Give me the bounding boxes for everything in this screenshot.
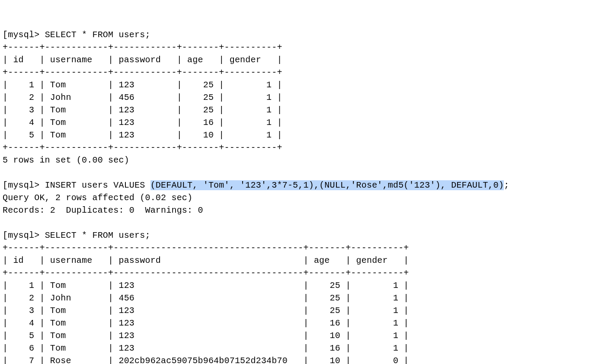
mysql-prompt: mysql> (8, 180, 45, 190)
result-table-2: +------+------------+-------------------… (3, 243, 409, 364)
insert-response-2: Records: 2 Duplicates: 0 Warnings: 0 (3, 205, 203, 215)
mysql-prompt: mysql> (8, 230, 45, 240)
prompt-bracket: [ (3, 30, 8, 40)
terminal-output: [mysql> SELECT * FROM users; +------+---… (3, 29, 605, 364)
sql-insert-highlighted[interactable]: (DEFAULT, 'Tom', '123',3*7-5,1),(NULL,'R… (150, 180, 504, 190)
prompt-bracket: [ (3, 230, 8, 240)
mysql-prompt: mysql> (8, 30, 45, 40)
sql-insert-post: ; (504, 180, 509, 190)
prompt-bracket: [ (3, 180, 8, 190)
insert-response-1: Query OK, 2 rows affected (0.02 sec) (3, 193, 192, 203)
sql-query: SELECT * FROM users; (45, 230, 150, 240)
sql-insert-pre: INSERT users VALUES (45, 180, 150, 190)
sql-query: SELECT * FROM users; (45, 30, 150, 40)
result-footer-1: 5 rows in set (0.00 sec) (3, 155, 129, 165)
result-table-1: +------+------------+------------+------… (3, 42, 282, 153)
